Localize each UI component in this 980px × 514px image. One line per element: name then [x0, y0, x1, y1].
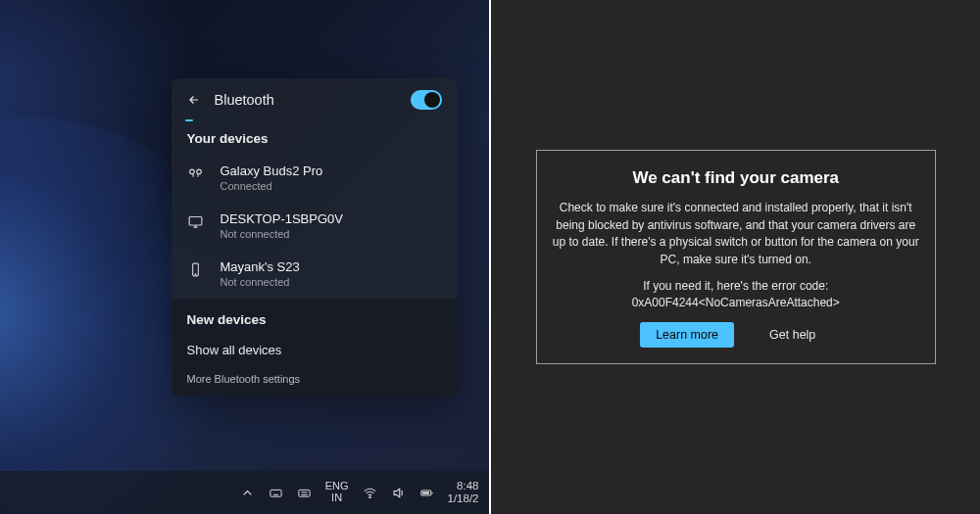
error-code-prefix: If you need it, here's the error code:	[643, 279, 828, 293]
touch-keyboard-button[interactable]	[269, 486, 283, 500]
device-row-galaxy-buds2-pro[interactable]: Galaxy Buds2 Pro Connected	[172, 154, 458, 202]
svg-rect-6	[299, 490, 310, 496]
panel-title: Bluetooth	[215, 92, 411, 108]
clock[interactable]: 8:48 1/18/2	[448, 480, 479, 504]
svg-point-4	[195, 273, 196, 274]
svg-point-7	[368, 496, 369, 497]
earbuds-icon	[187, 164, 205, 182]
error-code-block: If you need it, here's the error code: 0…	[553, 278, 919, 312]
your-devices-heading: Your devices	[172, 121, 458, 154]
error-actions: Learn more Get help	[553, 322, 919, 348]
svg-point-1	[197, 169, 202, 174]
svg-rect-2	[189, 216, 202, 225]
bluetooth-toggle[interactable]	[411, 90, 442, 110]
device-status: Not connected	[220, 276, 300, 288]
wifi-icon	[363, 486, 377, 500]
keyboard-layout-button[interactable]	[297, 486, 312, 500]
device-status: Connected	[220, 180, 323, 192]
tray-overflow-button[interactable]	[240, 486, 255, 500]
show-all-devices-button[interactable]: Show all devices	[172, 335, 458, 365]
device-name: Galaxy Buds2 Pro	[220, 164, 323, 178]
error-message: Check to make sure it's connected and in…	[553, 200, 919, 268]
keyboard-icon	[269, 486, 283, 500]
panel-header: Bluetooth	[172, 78, 458, 119]
device-row-phone[interactable]: Mayank's S23 Not connected	[172, 250, 458, 298]
svg-rect-5	[270, 490, 281, 496]
panel-footer: New devices Show all devices More Blueto…	[172, 298, 458, 397]
more-bluetooth-settings-link[interactable]: More Bluetooth settings	[172, 365, 458, 393]
volume-icon	[391, 486, 406, 500]
bluetooth-panel: Bluetooth Your devices Galaxy Buds2 Pro …	[172, 78, 458, 397]
get-help-button[interactable]: Get help	[754, 322, 831, 348]
device-row-desktop[interactable]: DESKTOP-1SBPG0V Not connected	[172, 202, 458, 250]
device-name: Mayank's S23	[220, 259, 300, 274]
phone-icon	[187, 260, 205, 278]
svg-point-0	[190, 169, 195, 174]
battery-icon	[419, 486, 434, 500]
camera-app-error-screenshot: We can't find your camera Check to make …	[491, 0, 980, 514]
taskbar: ENG IN 8:48 1/18/2	[0, 471, 489, 514]
device-status: Not connected	[220, 228, 343, 240]
language-indicator[interactable]: ENG IN	[325, 481, 349, 503]
keyboard-icon	[297, 486, 312, 500]
error-title: We can't find your camera	[553, 168, 919, 188]
chevron-up-icon	[240, 486, 255, 500]
back-button[interactable]	[185, 91, 203, 109]
new-devices-heading: New devices	[172, 306, 458, 335]
system-tray: ENG IN 8:48 1/18/2	[240, 480, 479, 504]
clock-date: 1/18/2	[448, 492, 479, 505]
language-bottom: IN	[325, 492, 349, 504]
svg-rect-9	[422, 491, 429, 494]
clock-time: 8:48	[448, 480, 479, 492]
volume-button[interactable]	[391, 486, 406, 500]
camera-error-box: We can't find your camera Check to make …	[536, 150, 936, 363]
bluetooth-quick-settings-screenshot: Bluetooth Your devices Galaxy Buds2 Pro …	[0, 0, 489, 514]
error-body: Check to make sure it's connected and in…	[553, 200, 919, 311]
error-code: 0xA00F4244<NoCamerasAreAttached>	[632, 296, 840, 309]
wifi-button[interactable]	[363, 486, 377, 500]
toggle-knob	[424, 92, 440, 108]
battery-button[interactable]	[419, 486, 434, 500]
pc-icon	[187, 212, 205, 230]
device-name: DESKTOP-1SBPG0V	[220, 211, 343, 226]
arrow-left-icon	[187, 93, 201, 107]
learn-more-button[interactable]: Learn more	[640, 322, 734, 348]
